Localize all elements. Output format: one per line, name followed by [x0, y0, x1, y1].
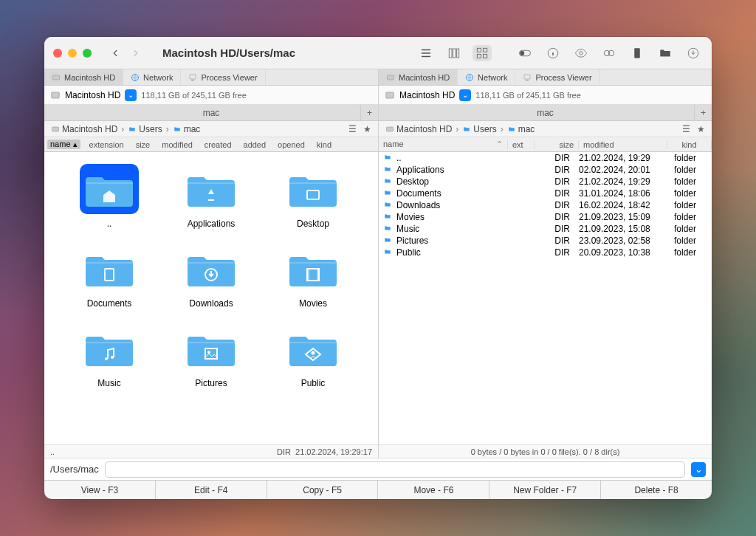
folder-apps-icon — [185, 167, 238, 211]
command-dropdown[interactable]: ⌄ — [691, 462, 706, 477]
preview-icon[interactable] — [571, 45, 591, 61]
list-row[interactable]: PublicDIR20.09.2023, 10:38folder — [379, 247, 712, 258]
list-row[interactable]: ApplicationsDIR02.02.2024, 20:01folder — [379, 164, 712, 176]
breadcrumb-item[interactable]: Users — [126, 124, 164, 134]
grid-item-downloads[interactable]: Downloads — [164, 244, 258, 309]
forward-button[interactable] — [127, 45, 145, 61]
header-name[interactable]: name ⌃ — [379, 140, 508, 149]
folder-icon[interactable] — [656, 45, 675, 61]
right-pane[interactable]: ..DIR21.02.2024, 19:29folderApplications… — [378, 152, 712, 444]
list-row[interactable]: DocumentsDIR31.01.2024, 18:06folder — [379, 188, 712, 199]
header-added[interactable]: added — [241, 140, 269, 149]
tab-macintosh-hd[interactable]: Macintosh HD — [44, 69, 123, 85]
tab-process-viewer[interactable]: Process Viewer — [515, 69, 599, 85]
header-modified[interactable]: modified — [159, 140, 196, 149]
breadcrumb-item[interactable]: mac — [171, 124, 203, 134]
folder-icon — [383, 224, 394, 234]
menu-icon[interactable]: ☰ — [679, 123, 693, 136]
fkey-move[interactable]: Move - F6 — [378, 481, 489, 499]
fkey-delete[interactable]: Delete - F8 — [601, 481, 712, 499]
grid-item-public[interactable]: Public — [266, 323, 360, 388]
svg-rect-3 — [477, 48, 481, 52]
list-row[interactable]: MoviesDIR21.09.2023, 15:09folder — [379, 211, 712, 223]
header-size[interactable]: size — [535, 140, 579, 149]
close-button[interactable] — [53, 49, 62, 58]
grid-item-desktop[interactable]: Desktop — [266, 164, 360, 229]
back-button[interactable] — [106, 45, 124, 61]
column-headers: name ▴extensionsizemodifiedcreatedaddedo… — [44, 137, 712, 152]
breadcrumb-item[interactable]: Users — [460, 124, 498, 134]
disk-selector-right[interactable]: Macintosh HD ⌄ 118,11 GB of 245,11 GB fr… — [378, 86, 712, 104]
zoom-button[interactable] — [83, 49, 92, 58]
tab-process-viewer[interactable]: Process Viewer — [181, 69, 265, 85]
pane-title-right[interactable]: mac + — [378, 105, 712, 120]
compress-icon[interactable] — [628, 45, 647, 61]
fkey-new[interactable]: New Folder - F7 — [489, 481, 601, 499]
grid-item-documents[interactable]: Documents — [62, 244, 157, 309]
pane-title-row: mac + mac + — [44, 105, 712, 121]
header-kind[interactable]: kind — [667, 140, 712, 149]
tab-network[interactable]: Network — [458, 69, 515, 85]
list-row[interactable]: PicturesDIR23.09.2023, 02:58folder — [379, 235, 712, 247]
svg-point-32 — [111, 356, 114, 359]
pane-tabs-row: Macintosh HDNetworkProcess Viewer Macint… — [44, 69, 712, 86]
view-icons-icon[interactable] — [472, 45, 492, 61]
header-modified[interactable]: modified — [579, 140, 667, 149]
fkey-edit[interactable]: Edit - F4 — [156, 481, 267, 499]
minimize-button[interactable] — [68, 49, 77, 58]
fkey-copy[interactable]: Copy - F5 — [267, 481, 379, 499]
disk-dropdown-icon[interactable]: ⌄ — [125, 89, 137, 101]
star-icon[interactable]: ★ — [360, 123, 374, 136]
fkey-view[interactable]: View - F3 — [44, 481, 156, 499]
new-tab-left[interactable]: + — [360, 105, 378, 120]
toggle-icon[interactable] — [515, 45, 535, 61]
status-row: .. DIR 21.02.2024, 19:29:17 0 bytes / 0 … — [44, 444, 712, 458]
header-size[interactable]: size — [133, 140, 154, 149]
header-extension[interactable]: extension — [86, 140, 127, 149]
grid-item-music[interactable]: Music — [62, 323, 157, 388]
menu-icon[interactable]: ☰ — [346, 123, 359, 136]
list-row[interactable]: MusicDIR21.09.2023, 15:08folder — [379, 223, 712, 235]
svg-point-31 — [105, 357, 108, 360]
tab-network[interactable]: Network — [123, 69, 181, 85]
left-pane[interactable]: ..ApplicationsDesktopDocumentsDownloadsM… — [44, 152, 378, 444]
breadcrumb-item[interactable]: mac — [505, 124, 537, 134]
grid-item-..[interactable]: .. — [62, 164, 157, 229]
header-created[interactable]: created — [202, 140, 235, 149]
header-opened[interactable]: opened — [275, 140, 308, 149]
list-row[interactable]: DesktopDIR21.02.2024, 19:29folder — [379, 176, 712, 188]
grid-item-movies[interactable]: Movies — [266, 244, 360, 309]
pane-title-left[interactable]: mac + — [44, 105, 378, 120]
svg-point-8 — [520, 51, 524, 55]
svg-rect-24 — [386, 92, 394, 97]
disk-name: Macintosh HD — [65, 90, 120, 100]
new-tab-right[interactable]: + — [694, 105, 712, 120]
titlebar: Macintosh HD/Users/mac — [44, 37, 712, 69]
breadcrumb-item[interactable]: Macintosh HD — [49, 124, 120, 134]
header-kind[interactable]: kind — [314, 140, 334, 149]
window-title: Macintosh HD/Users/mac — [162, 47, 410, 59]
view-columns-icon[interactable] — [444, 45, 464, 61]
search-icon[interactable] — [599, 45, 619, 61]
view-list-icon[interactable] — [416, 45, 436, 61]
disk-dropdown-icon[interactable]: ⌄ — [459, 89, 471, 101]
download-icon[interactable] — [684, 45, 703, 61]
disk-selector-left[interactable]: Macintosh HD ⌄ 118,11 GB of 245,11 GB fr… — [44, 86, 378, 104]
tab-macintosh-hd[interactable]: Macintosh HD — [379, 69, 458, 85]
grid-item-applications[interactable]: Applications — [164, 164, 258, 229]
svg-rect-2 — [457, 49, 459, 58]
star-icon[interactable]: ★ — [694, 123, 707, 136]
function-keys: View - F3Edit - F4Copy - F5Move - F6New … — [44, 480, 712, 499]
folder-icon — [383, 165, 394, 175]
list-row[interactable]: ..DIR21.02.2024, 19:29folder — [379, 152, 712, 164]
command-input[interactable] — [105, 461, 685, 478]
breadcrumb-row: Macintosh HD›Users›mac☰★ Macintosh HD›Us… — [44, 121, 712, 137]
header-ext[interactable]: ext — [508, 140, 535, 149]
folder-pictures-icon — [185, 326, 238, 371]
header-name[interactable]: name ▴ — [47, 140, 80, 149]
info-icon[interactable] — [543, 45, 563, 61]
list-row[interactable]: DownloadsDIR16.02.2024, 18:42folder — [379, 199, 712, 211]
column-headers-left: name ▴extensionsizemodifiedcreatedaddedo… — [44, 137, 378, 151]
grid-item-pictures[interactable]: Pictures — [164, 323, 258, 388]
breadcrumb-item[interactable]: Macintosh HD — [383, 124, 454, 134]
